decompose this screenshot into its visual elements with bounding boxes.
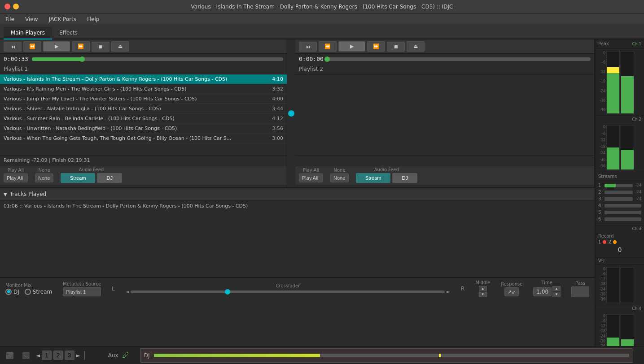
- menu-jack-ports[interactable]: JACK Ports: [47, 15, 78, 23]
- monitor-dj-option[interactable]: DJ: [5, 289, 19, 295]
- player1-dj-button[interactable]: DJ: [97, 173, 122, 183]
- transport-num-2[interactable]: 2: [53, 351, 63, 360]
- window-controls[interactable]: [4, 4, 19, 9]
- menu-file[interactable]: File: [4, 15, 16, 23]
- player1-playlist[interactable]: Various - Islands In The Stream - Dolly …: [0, 74, 287, 155]
- track-name: Various - Jump (For My Love) - The Point…: [4, 96, 267, 102]
- player1-fwd-button[interactable]: ⏩: [72, 41, 90, 52]
- player1-stop-button[interactable]: ⏹: [92, 42, 110, 52]
- player1-progress-bar[interactable]: [32, 57, 283, 61]
- pass-section: Pass: [571, 281, 589, 297]
- player1-track-0[interactable]: Various - Islands In The Stream - Dolly …: [0, 74, 287, 84]
- player-divider: [287, 39, 295, 187]
- window-title: Various - Islands In The Stream - Dolly …: [191, 4, 453, 10]
- record-counter: 0: [598, 246, 641, 253]
- player2-play-button[interactable]: ▶: [338, 41, 365, 52]
- transport-phone1-icon[interactable]: 📞: [4, 349, 16, 362]
- player1-track-5[interactable]: Various - Unwritten - Natasha Bedingfiel…: [0, 124, 287, 134]
- track-name: Various - When The Going Gets Tough, The…: [4, 135, 267, 141]
- player1-panel: ⏮ ⏪ ▶ ⏩ ⏹ ⏏ 0:00:33: [0, 39, 287, 187]
- player1-track-1[interactable]: Various - It's Raining Men - The Weather…: [0, 84, 287, 94]
- dj-bar-container: DJ: [140, 348, 633, 363]
- minimize-button[interactable]: [13, 4, 19, 9]
- player1-play-button[interactable]: ▶: [43, 41, 70, 52]
- ch2-meter-section: 0 -6 -12 -18 -24 -30 -36: [596, 122, 644, 172]
- tracks-played-header[interactable]: ▼ Tracks Played: [0, 188, 595, 200]
- track-name: Various - Shiver - Natalie Imbruglia - (…: [4, 106, 267, 112]
- player2-progress-bar[interactable]: [327, 57, 591, 61]
- track-time: 3:32: [267, 86, 283, 92]
- player1-bottom: Play All Play All Single Loop All None: [0, 165, 287, 185]
- player1-prev-button[interactable]: ⏮: [4, 42, 22, 52]
- player1-eject-button[interactable]: ⏏: [111, 41, 129, 52]
- metadata-source-label: Metadata Source: [63, 282, 101, 286]
- monitor-dj-radio[interactable]: [5, 289, 12, 295]
- response-section: Response ↗↙: [501, 282, 522, 296]
- player2-back-button[interactable]: ⏪: [319, 41, 337, 52]
- stream-3: 3 -24: [598, 196, 641, 201]
- transport-prev-icon[interactable]: ◄: [36, 352, 40, 359]
- vu-meter-section: 0 -6 -12 -18 -24 -30 -36: [596, 264, 644, 305]
- monitor-stream-radio[interactable]: [25, 289, 31, 295]
- pass-control[interactable]: [571, 286, 589, 297]
- metadata-source-select[interactable]: Playlist 1 Playlist 2: [63, 287, 101, 296]
- time-up-button[interactable]: ▲: [552, 286, 561, 291]
- player1-fade-select[interactable]: None Fade: [35, 173, 53, 182]
- player2-fwd-button[interactable]: ⏩: [367, 41, 385, 52]
- crossfader-thumb[interactable]: [225, 289, 230, 295]
- tracks-played-label: Tracks Played: [10, 191, 47, 197]
- middle-up-button[interactable]: ▲: [479, 286, 487, 291]
- response-select[interactable]: ↗↙: [504, 287, 519, 296]
- ch2-scale: 0 -6 -12 -18 -24 -30 -36: [598, 124, 606, 169]
- player1-audiofeed-label: Audio Feed: [61, 167, 122, 172]
- l-label: L: [112, 286, 115, 292]
- player1-audiofeed-group: Audio Feed Stream DJ: [61, 167, 122, 183]
- ch3-label: Ch 3: [596, 225, 644, 232]
- transport-next-icon[interactable]: ►: [76, 352, 80, 359]
- player2-dj-button[interactable]: DJ: [392, 173, 417, 183]
- svg-text:📞: 📞: [7, 352, 13, 359]
- vu-label: VU: [596, 257, 644, 264]
- transport-phone2-icon[interactable]: 📞: [20, 349, 32, 362]
- tab-main-players[interactable]: Main Players: [4, 27, 52, 39]
- dj-level-bar[interactable]: [154, 354, 629, 357]
- close-button[interactable]: [4, 4, 10, 9]
- player1-track-2[interactable]: Various - Jump (For My Love) - The Point…: [0, 94, 287, 104]
- player1-playlist-mode-select[interactable]: Play All Single Loop All: [4, 173, 28, 182]
- dj-section: DJ: [140, 348, 633, 363]
- stream-4: 4: [598, 203, 641, 208]
- crossfader-left-arrow[interactable]: ◄: [126, 289, 129, 294]
- transport-num-1[interactable]: 1: [42, 351, 51, 360]
- player2-stream-button[interactable]: Stream: [356, 173, 390, 183]
- player1-stream-button[interactable]: Stream: [61, 173, 95, 183]
- player2-fade-select[interactable]: None Fade: [330, 173, 349, 182]
- record-section: Record 1 2 0: [596, 232, 644, 257]
- player1-track-6[interactable]: Various - When The Going Gets Tough, The…: [0, 134, 287, 143]
- transport-num-3[interactable]: 3: [65, 351, 74, 360]
- time-down-button[interactable]: ▼: [552, 292, 561, 297]
- player2-playlist-mode-select[interactable]: Play All Single Loop All: [299, 173, 323, 182]
- crossfader-section: Crossfader ◄ ►: [126, 283, 450, 294]
- crossfader-right-arrow[interactable]: ►: [447, 289, 450, 294]
- player1-track-4[interactable]: Various - Summer Rain - Belinda Carlisle…: [0, 114, 287, 124]
- time-section: Time 1,00 ▲ ▼: [533, 280, 561, 297]
- player1-back-button[interactable]: ⏪: [23, 41, 41, 52]
- menu-help[interactable]: Help: [85, 15, 101, 23]
- tab-effects[interactable]: Effects: [52, 27, 85, 39]
- record-ch1-num: 1: [598, 239, 601, 244]
- ch1-bar: [606, 51, 620, 114]
- player1-mode-label: Play All: [4, 168, 28, 173]
- menu-view[interactable]: View: [23, 15, 39, 23]
- track-name: Various - Islands In The Stream - Dolly …: [4, 76, 267, 82]
- player1-track-3[interactable]: Various - Shiver - Natalie Imbruglia - (…: [0, 104, 287, 114]
- crossfader-track[interactable]: [131, 290, 445, 293]
- player2-audiofeed-label: Audio Feed: [356, 167, 417, 172]
- player2-eject-button[interactable]: ⏏: [407, 41, 425, 52]
- monitor-stream-option[interactable]: Stream: [25, 289, 52, 295]
- player2-stop-button[interactable]: ⏹: [387, 42, 405, 52]
- time-spin: ▲ ▼: [552, 286, 561, 297]
- middle-down-button[interactable]: ▼: [479, 292, 487, 297]
- player2-playlist[interactable]: [295, 74, 594, 155]
- track-time: 4:10: [267, 76, 283, 82]
- player2-prev-button[interactable]: ⏮: [299, 42, 317, 52]
